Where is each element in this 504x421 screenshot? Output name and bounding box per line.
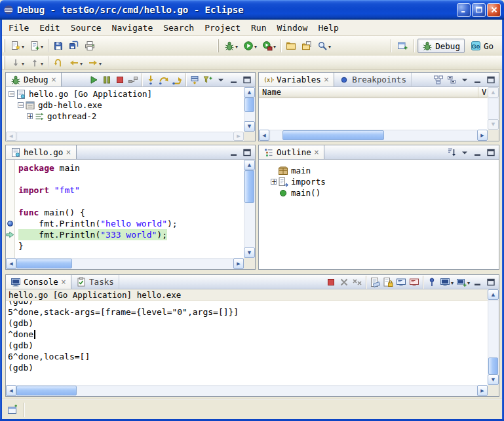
perspective-debug-button[interactable]: Debug xyxy=(417,39,465,53)
close-tab-icon[interactable] xyxy=(51,77,56,83)
new-file-button[interactable] xyxy=(28,38,45,54)
dropdown-arrow-icon[interactable] xyxy=(21,58,24,67)
menu-edit[interactable]: Edit xyxy=(34,21,65,35)
menu-source[interactable]: Source xyxy=(66,21,107,35)
menu-window[interactable]: Window xyxy=(271,21,313,35)
scrollbar-thumb[interactable] xyxy=(488,357,498,375)
debug-button[interactable] xyxy=(222,38,240,54)
scroll-right-button[interactable] xyxy=(477,130,488,141)
forward-button[interactable] xyxy=(86,56,104,69)
breakpoint-marker[interactable] xyxy=(7,221,13,227)
scroll-left-button[interactable] xyxy=(6,132,16,141)
tab-console[interactable]: Console xyxy=(6,275,71,289)
dropdown-arrow-icon[interactable] xyxy=(467,278,470,287)
maximize-view-button[interactable] xyxy=(241,73,254,86)
step-into-button[interactable] xyxy=(144,73,157,86)
tab-debug[interactable]: Debug xyxy=(6,73,62,86)
code-editor[interactable]: package mainimport "fmt"func main() { fm… xyxy=(16,160,244,258)
scroll-left-button[interactable] xyxy=(259,130,269,141)
drop-to-frame-button[interactable] xyxy=(188,73,201,86)
terminate-button[interactable] xyxy=(113,73,126,86)
outline-item[interactable]: main xyxy=(259,165,499,176)
open-perspective-button[interactable] xyxy=(395,38,410,54)
toolbar-grip[interactable] xyxy=(3,56,5,69)
gutter-cell[interactable] xyxy=(6,185,14,196)
editor-gutter[interactable] xyxy=(6,160,15,258)
dropdown-arrow-icon[interactable] xyxy=(235,41,238,50)
scroll-left-button[interactable] xyxy=(6,258,16,269)
menu-help[interactable]: Help xyxy=(313,21,343,35)
close-tab-icon[interactable] xyxy=(61,279,66,285)
column-value[interactable]: V xyxy=(478,87,488,98)
scroll-up-button[interactable] xyxy=(244,87,255,98)
dropdown-arrow-icon[interactable] xyxy=(273,41,276,50)
dropdown-arrow-icon[interactable] xyxy=(79,58,83,67)
scroll-up-button[interactable] xyxy=(488,87,499,98)
clear-console-button[interactable] xyxy=(368,276,381,289)
dropdown-arrow-icon[interactable] xyxy=(98,58,102,67)
expand-icon[interactable]: + xyxy=(271,179,277,185)
toolbar-grip[interactable] xyxy=(217,39,219,52)
back-button[interactable] xyxy=(67,56,85,69)
show-stderr-button[interactable] xyxy=(408,276,421,289)
maximize-view-button[interactable] xyxy=(484,276,497,289)
terminate-button[interactable] xyxy=(324,276,338,289)
gutter-cell[interactable] xyxy=(6,174,14,185)
gutter-cell[interactable] xyxy=(6,162,14,174)
resume-button[interactable] xyxy=(87,73,100,86)
view-menu-button[interactable] xyxy=(458,146,471,159)
scroll-down-button[interactable] xyxy=(244,247,255,258)
logical-structure-button[interactable] xyxy=(432,73,445,86)
gutter-cell[interactable] xyxy=(6,240,14,251)
scroll-right-button[interactable] xyxy=(233,258,244,269)
outline-item[interactable]: main() xyxy=(259,187,499,198)
tab-editor-hello-go[interactable]: hello.go xyxy=(6,145,77,159)
dropdown-arrow-icon[interactable] xyxy=(40,58,43,67)
minimize-view-button[interactable] xyxy=(471,73,484,86)
menu-run[interactable]: Run xyxy=(246,21,271,35)
run-button[interactable] xyxy=(241,38,259,54)
outline-item[interactable]: +imports xyxy=(259,176,499,187)
use-step-filters-button[interactable] xyxy=(201,73,214,86)
dropdown-arrow-icon[interactable] xyxy=(328,41,331,50)
scroll-right-button[interactable] xyxy=(477,385,488,396)
close-tab-icon[interactable] xyxy=(314,149,319,156)
console-output[interactable]: (gdb)5^done,stack-args=[frame={level="0"… xyxy=(6,301,488,385)
last-edit-location-button[interactable] xyxy=(51,56,66,69)
collapse-icon[interactable]: − xyxy=(18,102,24,108)
scrollbar-thumb[interactable] xyxy=(16,259,72,268)
gutter-cell[interactable] xyxy=(6,229,14,240)
remove-launch-button[interactable] xyxy=(338,276,351,289)
minimize-view-button[interactable] xyxy=(471,146,484,159)
dropdown-arrow-icon[interactable] xyxy=(40,41,43,50)
debug-tree-item[interactable]: −gdb-hello.exe xyxy=(6,100,244,111)
tab-variables[interactable]: (x)= Variables xyxy=(259,73,334,86)
open-console-button[interactable] xyxy=(455,276,471,289)
menu-search[interactable]: Search xyxy=(158,21,199,35)
scrollbar-thumb[interactable] xyxy=(282,130,384,140)
disconnect-button[interactable] xyxy=(126,73,140,86)
open-folder-button[interactable] xyxy=(284,38,298,54)
print-button[interactable] xyxy=(83,38,97,54)
scrollbar-thumb[interactable] xyxy=(16,386,77,395)
scroll-down-button[interactable] xyxy=(488,119,499,130)
scroll-down-button[interactable] xyxy=(244,121,255,132)
sort-button[interactable] xyxy=(445,146,458,159)
scroll-up-button[interactable] xyxy=(244,160,255,170)
show-stdout-button[interactable] xyxy=(395,276,408,289)
toolbar-grip[interactable] xyxy=(3,39,5,52)
remove-all-terminated-button[interactable] xyxy=(351,276,364,289)
minimize-view-button[interactable] xyxy=(227,146,241,159)
close-tab-icon[interactable] xyxy=(66,149,71,156)
scrollbar-thumb[interactable] xyxy=(244,98,254,112)
save-button[interactable] xyxy=(51,38,66,54)
perspective-go-button[interactable]: GoGo xyxy=(466,39,498,53)
dropdown-arrow-icon[interactable] xyxy=(450,278,454,287)
tab-outline[interactable]: Outline xyxy=(259,145,324,159)
menu-project[interactable]: Project xyxy=(199,21,246,35)
dropdown-arrow-icon[interactable] xyxy=(254,41,257,50)
prev-annotation-button[interactable] xyxy=(28,56,45,69)
gutter-cell[interactable] xyxy=(6,207,14,218)
view-menu-button[interactable] xyxy=(214,73,227,86)
gutter-cell[interactable] xyxy=(6,218,14,229)
